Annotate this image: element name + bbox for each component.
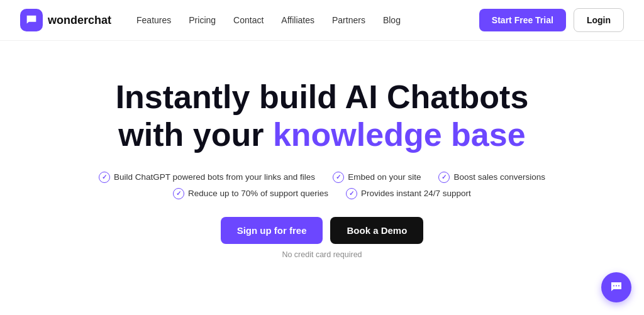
svg-point-4 [616, 285, 617, 287]
navbar: wonderchat Features Pricing Contact Affi… [0, 0, 644, 41]
feature-3-text: Boost sales conversions [453, 172, 545, 182]
feature-1-text: Build ChatGPT powered bots from your lin… [114, 172, 315, 182]
svg-point-0 [28, 18, 30, 19]
nav-actions: Start Free Trial Login [479, 8, 624, 32]
hero-title-line2-plain: with your [118, 116, 273, 153]
hero-buttons: Sign up for free Book a Demo [221, 217, 424, 244]
check-icon-1 [99, 172, 110, 183]
feature-3: Boost sales conversions [438, 172, 545, 183]
signup-button[interactable]: Sign up for free [221, 217, 323, 244]
chat-fab-button[interactable] [601, 272, 631, 302]
check-icon-5 [346, 188, 357, 199]
nav-partners[interactable]: Partners [332, 15, 365, 25]
hero-title: Instantly build AI Chatbots with your kn… [116, 79, 529, 154]
svg-point-1 [31, 18, 32, 19]
feature-5: Provides instant 24/7 support [346, 188, 471, 199]
feature-2-text: Embed on your site [348, 172, 421, 182]
feature-5-text: Provides instant 24/7 support [361, 189, 471, 198]
nav-links: Features Pricing Contact Affiliates Part… [136, 15, 479, 25]
nav-features[interactable]: Features [136, 15, 171, 25]
login-button[interactable]: Login [574, 8, 624, 32]
demo-button[interactable]: Book a Demo [330, 217, 423, 244]
check-icon-4 [173, 188, 184, 199]
no-credit-text: No credit card required [282, 250, 362, 259]
svg-point-2 [33, 18, 35, 19]
svg-point-5 [618, 285, 619, 287]
check-icon-3 [438, 172, 450, 183]
hero-title-highlight: knowledge base [273, 116, 526, 153]
feature-2: Embed on your site [333, 172, 421, 183]
check-icon-2 [333, 172, 344, 183]
svg-point-3 [613, 285, 614, 287]
feature-1: Build ChatGPT powered bots from your lin… [99, 172, 315, 183]
hero-features: Build ChatGPT powered bots from your lin… [96, 172, 548, 199]
chat-bubble-icon [25, 13, 38, 27]
start-trial-button[interactable]: Start Free Trial [479, 9, 566, 31]
feature-4-text: Reduce up to 70% of support queries [188, 189, 328, 198]
nav-affiliates[interactable]: Affiliates [281, 15, 314, 25]
feature-4: Reduce up to 70% of support queries [173, 188, 328, 199]
chat-fab-icon [609, 280, 624, 295]
logo-icon [20, 9, 43, 31]
nav-blog[interactable]: Blog [383, 15, 401, 25]
nav-pricing[interactable]: Pricing [189, 15, 216, 25]
logo-text: wonderchat [48, 14, 111, 27]
logo[interactable]: wonderchat [20, 9, 111, 31]
hero-section: Instantly build AI Chatbots with your kn… [0, 41, 644, 259]
nav-contact[interactable]: Contact [233, 15, 264, 25]
hero-title-line1: Instantly build AI Chatbots [116, 79, 529, 115]
